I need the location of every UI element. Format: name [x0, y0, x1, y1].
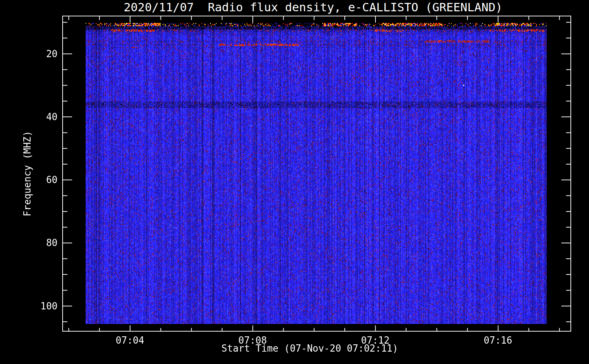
y-tick-label-40: 40	[20, 111, 58, 122]
spectrogram-page: 2020/11/07 Radio flux density, e-CALLIST…	[0, 0, 589, 364]
x-tick-label-0716: 07:16	[473, 335, 523, 346]
y-tick-label-100: 100	[20, 301, 58, 312]
x-axis-title: Start Time (07-Nov-20 07:02:11)	[164, 343, 455, 354]
y-axis-title: Frequency (MHZ)	[22, 131, 33, 217]
y-tick-label-80: 80	[20, 237, 58, 248]
axes-frame	[0, 0, 589, 364]
x-tick-label-0704: 07:04	[104, 335, 155, 346]
y-tick-label-20: 20	[20, 48, 58, 59]
tick-marks	[63, 16, 571, 331]
